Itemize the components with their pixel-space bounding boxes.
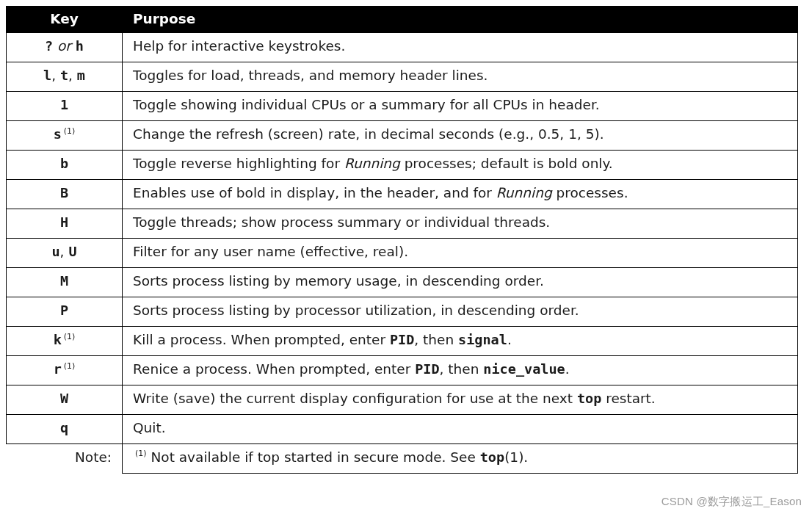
- key-cell: q: [7, 414, 123, 443]
- purpose-cell: Toggle showing individual CPUs or a summ…: [123, 91, 798, 120]
- table-row: WWrite (save) the current display config…: [7, 385, 798, 414]
- purpose-cell: Sorts process listing by processor utili…: [123, 297, 798, 326]
- purpose-cell: Toggle reverse highlighting for Running …: [123, 150, 798, 179]
- table-row: qQuit.: [7, 414, 798, 443]
- table-row: HToggle threads; show process summary or…: [7, 209, 798, 238]
- purpose-cell: Kill a process. When prompted, enter PID…: [123, 326, 798, 355]
- purpose-cell: Toggles for load, threads, and memory he…: [123, 62, 798, 91]
- key-cell: 1: [7, 91, 123, 120]
- table-row: PSorts process listing by processor util…: [7, 297, 798, 326]
- purpose-cell: Write (save) the current display configu…: [123, 385, 798, 414]
- table-row: ? or hHelp for interactive keystrokes.: [7, 33, 798, 62]
- key-cell: ? or h: [7, 33, 123, 62]
- note-row: Note: (1) Not available if top started i…: [7, 443, 798, 473]
- table-row: bToggle reverse highlighting for Running…: [7, 150, 798, 179]
- key-cell: M: [7, 267, 123, 297]
- purpose-cell: Help for interactive keystrokes.: [123, 33, 798, 62]
- purpose-cell: Renice a process. When prompted, enter P…: [123, 355, 798, 385]
- purpose-cell: Enables use of bold in display, in the h…: [123, 179, 798, 209]
- table-row: BEnables use of bold in display, in the …: [7, 179, 798, 209]
- purpose-cell: Filter for any user name (effective, rea…: [123, 238, 798, 267]
- key-cell: r(1): [7, 355, 123, 385]
- key-cell: l, t, m: [7, 62, 123, 91]
- purpose-cell: Sorts process listing by memory usage, i…: [123, 267, 798, 297]
- key-cell: B: [7, 179, 123, 209]
- table-row: s(1)Change the refresh (screen) rate, in…: [7, 120, 798, 150]
- keystroke-reference-table: Key Purpose ? or hHelp for interactive k…: [6, 6, 798, 474]
- table-row: k(1)Kill a process. When prompted, enter…: [7, 326, 798, 355]
- table-row: 1Toggle showing individual CPUs or a sum…: [7, 91, 798, 120]
- key-cell: k(1): [7, 326, 123, 355]
- header-purpose: Purpose: [123, 7, 798, 33]
- key-cell: b: [7, 150, 123, 179]
- note-body: (1) Not available if top started in secu…: [123, 443, 798, 473]
- table-header-row: Key Purpose: [7, 7, 798, 33]
- purpose-cell: Toggle threads; show process summary or …: [123, 209, 798, 238]
- key-cell: H: [7, 209, 123, 238]
- table-row: r(1)Renice a process. When prompted, ent…: [7, 355, 798, 385]
- key-cell: W: [7, 385, 123, 414]
- table-row: l, t, mToggles for load, threads, and me…: [7, 62, 798, 91]
- key-cell: u, U: [7, 238, 123, 267]
- key-cell: P: [7, 297, 123, 326]
- header-key: Key: [7, 7, 123, 33]
- purpose-cell: Change the refresh (screen) rate, in dec…: [123, 120, 798, 150]
- purpose-cell: Quit.: [123, 414, 798, 443]
- table-row: u, UFilter for any user name (effective,…: [7, 238, 798, 267]
- table-row: MSorts process listing by memory usage, …: [7, 267, 798, 297]
- note-label: Note:: [7, 443, 123, 473]
- key-cell: s(1): [7, 120, 123, 150]
